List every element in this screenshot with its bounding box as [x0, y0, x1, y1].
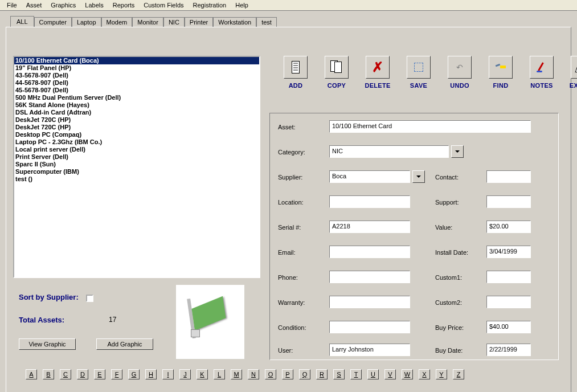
menu-reports[interactable]: Reports [108, 1, 140, 10]
alpha-y-button[interactable]: Y [436, 369, 447, 379]
asset-list-item[interactable]: Laptop PC - 2.3Ghz (IBM Co.) [14, 138, 259, 146]
asset-list-item[interactable]: 45-5678-907 (Dell) [14, 87, 259, 94]
contact-field[interactable] [486, 170, 531, 183]
alpha-p-button[interactable]: P [282, 369, 293, 379]
alpha-v-button[interactable]: V [384, 369, 396, 379]
menu-labels[interactable]: Labels [80, 1, 108, 10]
extras-button[interactable] [571, 56, 577, 79]
alpha-u-button[interactable]: U [367, 369, 379, 379]
page-icon [292, 61, 300, 74]
email-label: Email: [278, 249, 296, 256]
tab-test[interactable]: test [256, 17, 277, 27]
tab-workstation[interactable]: Workstation [213, 17, 256, 27]
location-field[interactable] [329, 195, 410, 208]
alpha-d-button[interactable]: D [77, 369, 88, 379]
tab-modem[interactable]: Modem [101, 17, 133, 27]
notes-button[interactable] [530, 56, 554, 79]
tab-printer[interactable]: Printer [185, 17, 213, 27]
asset-list-item[interactable]: Local print server (Dell) [14, 146, 259, 153]
save-button[interactable] [407, 56, 431, 79]
tab-all[interactable]: ALL [10, 16, 34, 27]
alpha-i-button[interactable]: I [162, 369, 174, 379]
menu-graphics[interactable]: Graphics [46, 1, 80, 10]
alpha-z-button[interactable]: Z [453, 369, 464, 379]
asset-field[interactable]: 10/100 Ethernet Card [329, 120, 531, 133]
form-panel: Asset: 10/100 Ethernet Card Category: NI… [269, 113, 559, 360]
menu-help[interactable]: Help [231, 1, 253, 10]
delete-button[interactable]: ✗ [366, 56, 390, 79]
alpha-t-button[interactable]: T [350, 369, 362, 379]
alpha-b-button[interactable]: B [43, 369, 54, 379]
asset-list-item[interactable]: 19" Flat Panel (HP) [14, 64, 259, 72]
menu-custom-fields[interactable]: Custom Fields [139, 1, 188, 10]
alpha-j-button[interactable]: J [179, 369, 191, 379]
sort-by-supplier-row: Sort by Supplier: [19, 293, 93, 302]
asset-list-item[interactable]: DeskJet 720C (HP) [14, 116, 259, 124]
asset-list-item[interactable]: test () [14, 175, 259, 183]
alpha-h-button[interactable]: H [145, 369, 157, 379]
supplier-field[interactable]: Boca [329, 170, 410, 183]
menu-file[interactable]: File [2, 1, 22, 10]
alpha-k-button[interactable]: K [197, 369, 208, 379]
view-graphic-button[interactable]: View Graphic [19, 338, 76, 350]
condition-label: Condition: [278, 324, 306, 331]
alpha-m-button[interactable]: M [231, 369, 242, 379]
alpha-a-button[interactable]: A [26, 369, 37, 379]
asset-list-item[interactable]: DSL Add-in Card (Adtran) [14, 109, 259, 116]
alpha-l-button[interactable]: L [214, 369, 225, 379]
custom2-field[interactable] [486, 296, 531, 308]
alpha-f-button[interactable]: F [111, 369, 122, 379]
alpha-e-button[interactable]: E [94, 369, 105, 379]
undo-button[interactable]: ↶ [448, 56, 472, 79]
supplier-dropdown-button[interactable] [412, 170, 425, 183]
asset-list-item[interactable]: DeskJet 720C (HP) [14, 124, 259, 131]
alpha-c-button[interactable]: C [60, 369, 71, 379]
find-button[interactable] [489, 56, 513, 79]
menu-asset[interactable]: Asset [22, 1, 47, 10]
alpha-x-button[interactable]: X [419, 369, 430, 379]
asset-listbox[interactable]: 10/100 Ethernet Card (Boca)19" Flat Pane… [13, 56, 260, 278]
serial-field[interactable]: A2218 [329, 220, 410, 233]
asset-list-item[interactable]: 44-5678-907 (Dell) [14, 79, 259, 87]
warranty-field[interactable] [329, 296, 410, 308]
tab-monitor[interactable]: Monitor [132, 17, 163, 27]
add-graphic-button[interactable]: Add Graphic [96, 338, 153, 350]
alpha-s-button[interactable]: S [333, 369, 345, 379]
custom2-label: Custom2: [435, 299, 462, 306]
buy-date-field[interactable]: 2/22/1999 [486, 344, 531, 356]
phone-field[interactable] [329, 271, 410, 283]
alpha-o-button[interactable]: O [265, 369, 276, 379]
copy-button[interactable] [325, 56, 349, 79]
category-dropdown-button[interactable] [451, 145, 464, 158]
buy-price-field[interactable]: $40.00 [486, 321, 531, 333]
email-field[interactable] [329, 246, 410, 258]
sort-by-supplier-checkbox[interactable] [86, 295, 93, 302]
alpha-n-button[interactable]: N [248, 369, 259, 379]
tab-computer[interactable]: Computer [34, 17, 72, 27]
asset-list-item[interactable]: 43-5678-907 (Dell) [14, 72, 259, 79]
condition-field[interactable] [329, 321, 410, 333]
support-field[interactable] [486, 195, 531, 208]
user-field[interactable]: Larry Johnston [329, 344, 410, 356]
install-date-field[interactable]: 3/04/1999 [486, 246, 531, 258]
asset-list-item[interactable]: 500 MHz Dual Pentium Server (Dell) [14, 94, 259, 101]
custom1-field[interactable] [486, 271, 531, 283]
undo-icon: ↶ [456, 63, 463, 72]
category-field[interactable]: NIC [329, 145, 449, 158]
chevron-down-icon [455, 150, 460, 153]
asset-list-item[interactable]: Desktop PC (Compaq) [14, 131, 259, 138]
asset-list-item[interactable]: 10/100 Ethernet Card (Boca) [14, 57, 259, 64]
alpha-g-button[interactable]: G [128, 369, 140, 379]
alpha-q-button[interactable]: Q [299, 369, 310, 379]
alpha-w-button[interactable]: W [402, 369, 413, 379]
asset-list-item[interactable]: Print Server (Dell) [14, 153, 259, 161]
add-button[interactable] [284, 56, 308, 79]
tab-laptop[interactable]: Laptop [72, 17, 101, 27]
alpha-r-button[interactable]: R [316, 369, 328, 379]
asset-list-item[interactable]: Sparc II (Sun) [14, 161, 259, 168]
value-field[interactable]: $20.00 [486, 220, 531, 233]
menu-registration[interactable]: Registration [189, 1, 231, 10]
asset-list-item[interactable]: Supercomputer (IBM) [14, 168, 259, 175]
tab-nic[interactable]: NIC [163, 17, 185, 27]
asset-list-item[interactable]: 56K Stand Alone (Hayes) [14, 101, 259, 109]
